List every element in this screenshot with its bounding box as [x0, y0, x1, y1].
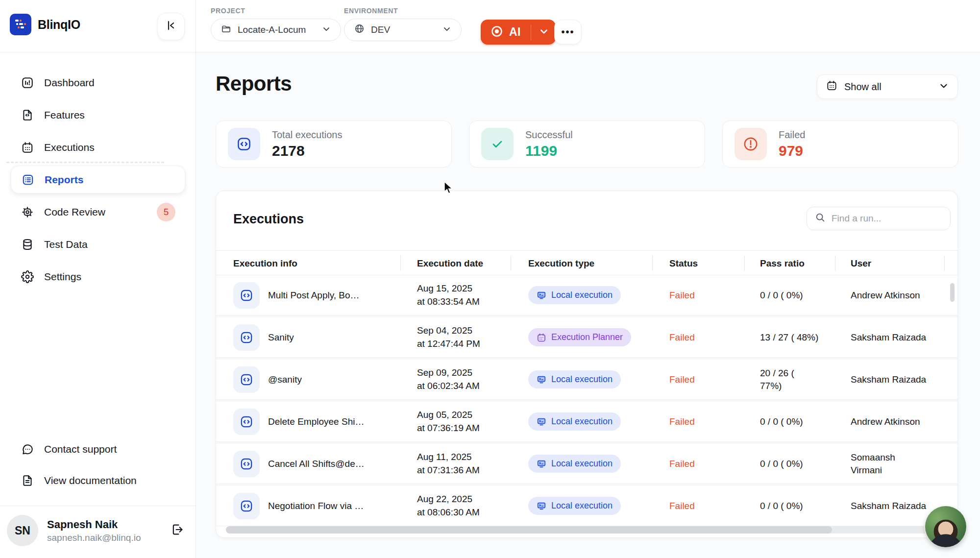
- project-value: Locate-A-Locum: [238, 24, 306, 35]
- find-run-search[interactable]: [807, 207, 951, 230]
- execution-user: Somaansh Virmani: [835, 451, 944, 476]
- user-name: Sapnesh Naik: [47, 518, 141, 531]
- user-account-row[interactable]: SN Sapnesh Naik sapnesh.naik@blinq.io: [7, 515, 190, 546]
- execution-code-icon: [233, 366, 260, 393]
- sidebar-item-label: Test Data: [44, 239, 88, 250]
- sidebar-item-test-data[interactable]: Test Data: [11, 230, 185, 258]
- stat-text: Failed 979: [779, 129, 805, 159]
- contact-support-label: Contact support: [44, 443, 117, 455]
- stat-card-total-executions: Total executions 2178: [216, 121, 452, 168]
- horizontal-scrollbar[interactable]: [226, 526, 948, 534]
- code-brackets-icon: [228, 128, 260, 160]
- executions-title: Executions: [233, 212, 304, 227]
- date-filter-dropdown[interactable]: Show all: [817, 74, 958, 99]
- execution-status: Failed: [652, 459, 744, 469]
- pass-ratio: 0 / 0 ( 0%): [744, 500, 835, 512]
- execution-type-label: Local execution: [551, 290, 612, 300]
- sidebar-nav: Dashboard Features Executions: [11, 69, 185, 295]
- execution-type-badge: Local execution: [528, 497, 621, 515]
- ai-record-button[interactable]: AI: [481, 20, 556, 45]
- search-input[interactable]: [832, 213, 930, 224]
- top-bar: BlinqIO PROJECT Locate-A-Locum: [0, 0, 980, 52]
- terminal-icon: [537, 459, 546, 469]
- contact-support-link[interactable]: Contact support: [11, 436, 185, 463]
- execution-time: at 08:33:54 AM: [417, 295, 480, 309]
- record-icon: [490, 25, 503, 40]
- collapse-icon: [166, 20, 176, 33]
- project-dropdown[interactable]: Locate-A-Locum: [211, 19, 341, 41]
- column-header-status: Status: [652, 251, 744, 276]
- execution-code-icon: [233, 282, 260, 309]
- execution-type-label: Local execution: [551, 459, 612, 469]
- calendar-icon: [537, 333, 546, 342]
- executions-card-header: Executions: [216, 191, 957, 250]
- brand-logo: BlinqIO: [10, 14, 80, 35]
- execution-code-icon: [233, 451, 260, 477]
- view-documentation-label: View documentation: [44, 475, 137, 486]
- execution-code-icon: [233, 409, 260, 435]
- execution-date: Sep 04, 2025: [417, 324, 480, 338]
- page-title: Reports: [216, 72, 292, 96]
- vertical-scrollbar-thumb[interactable]: [950, 283, 955, 302]
- environment-label: ENVIRONMENT: [344, 7, 462, 15]
- check-icon: [481, 128, 514, 160]
- sidebar-item-dashboard[interactable]: Dashboard: [11, 69, 185, 97]
- table-row[interactable]: Negotiation Flow via … Aug 22, 2025at 08…: [216, 486, 957, 526]
- execution-type-badge: Execution Planner: [528, 328, 631, 346]
- execution-date: Aug 22, 2025: [417, 493, 480, 506]
- sidebar-item-label: Dashboard: [44, 77, 95, 89]
- stat-label: Total executions: [272, 129, 342, 141]
- sidebar-collapse-button[interactable]: [157, 13, 185, 40]
- logout-button[interactable]: [171, 523, 184, 538]
- table-row[interactable]: Delete Employee Shi… Aug 05, 2025at 07:3…: [216, 402, 957, 442]
- sidebar-item-label: Executions: [44, 142, 95, 153]
- sidebar: Dashboard Features Executions: [0, 52, 196, 558]
- sidebar-item-reports[interactable]: Reports: [11, 166, 185, 194]
- sidebar-item-settings[interactable]: Settings: [11, 263, 185, 291]
- sidebar-item-label: Features: [44, 109, 85, 121]
- more-options-button[interactable]: •••: [554, 20, 582, 45]
- execution-time: at 07:31:36 AM: [417, 464, 480, 477]
- table-row[interactable]: Multi Post Apply, Bo… Aug 15, 2025at 08:…: [216, 275, 957, 315]
- main-content: Reports Show all Tota: [196, 52, 980, 558]
- execution-time: at 06:02:34 AM: [417, 380, 480, 393]
- horizontal-scrollbar-thumb[interactable]: [226, 526, 832, 534]
- code-review-count-badge: 5: [157, 203, 175, 221]
- project-label: PROJECT: [211, 7, 341, 15]
- table-row[interactable]: Cancel All Shifts@de… Aug 11, 2025at 07:…: [216, 444, 957, 484]
- table-header-row: Execution info Execution date Execution …: [216, 250, 957, 275]
- pass-ratio: 0 / 0 ( 0%): [744, 458, 835, 470]
- gear-icon: [21, 270, 34, 284]
- execution-user: Saksham Raizada: [835, 500, 944, 512]
- stat-value: 1199: [525, 143, 573, 159]
- brand-name: BlinqIO: [38, 18, 80, 32]
- button-divider: [531, 24, 531, 40]
- terminal-icon: [537, 291, 546, 300]
- execution-type-label: Local execution: [551, 374, 612, 385]
- project-selector-group: PROJECT Locate-A-Locum: [211, 7, 341, 41]
- sidebar-divider: [196, 0, 196, 558]
- stat-text: Total executions 2178: [272, 129, 342, 159]
- table-row[interactable]: Sanity Sep 04, 2025at 12:47:44 PM Execut…: [216, 317, 957, 358]
- sidebar-item-label: Code Review: [44, 206, 105, 218]
- folder-icon: [221, 24, 231, 36]
- execution-date: Aug 05, 2025: [417, 409, 480, 422]
- assistant-video-avatar[interactable]: [925, 506, 966, 547]
- column-header-execution-info: Execution info: [216, 251, 400, 276]
- sidebar-item-executions[interactable]: Executions: [11, 133, 185, 161]
- view-documentation-link[interactable]: View documentation: [11, 467, 185, 494]
- execution-time: at 07:36:19 AM: [417, 422, 480, 435]
- chevron-down-icon[interactable]: [539, 26, 549, 38]
- column-header-execution-type: Execution type: [511, 251, 652, 276]
- sidebar-footer-divider: [0, 506, 196, 506]
- sidebar-item-features[interactable]: Features: [11, 101, 185, 129]
- user-avatar: SN: [7, 515, 38, 546]
- terminal-icon: [537, 501, 546, 511]
- database-icon: [21, 238, 34, 251]
- table-row[interactable]: @sanity Sep 09, 2025at 06:02:34 AM Local…: [216, 360, 957, 400]
- sidebar-item-code-review[interactable]: Code Review 5: [11, 198, 185, 226]
- execution-type-badge: Local execution: [528, 370, 621, 388]
- table-body: Multi Post Apply, Bo… Aug 15, 2025at 08:…: [216, 275, 957, 526]
- environment-dropdown[interactable]: DEV: [344, 19, 462, 41]
- pass-ratio: 20 / 26 ( 77%): [744, 367, 835, 392]
